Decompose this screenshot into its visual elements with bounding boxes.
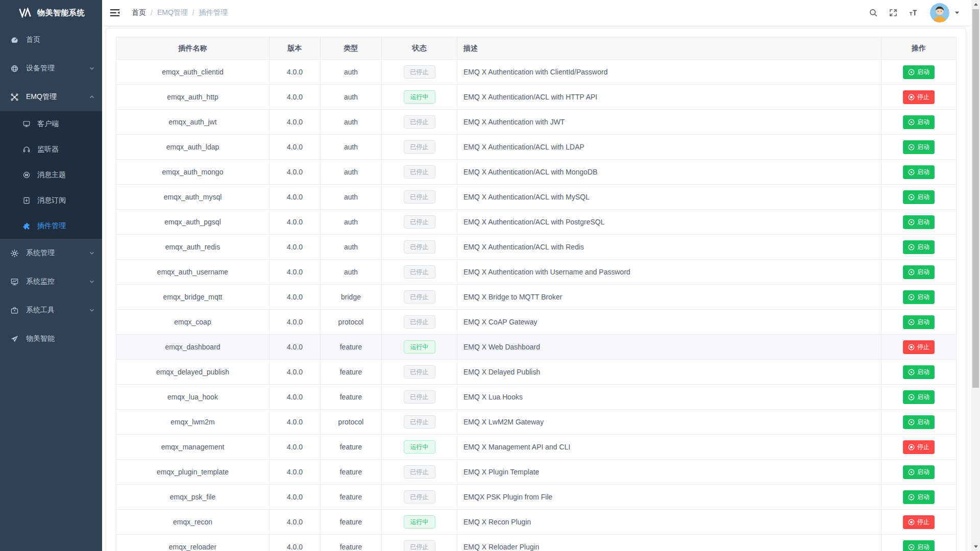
sidebar-item-tools[interactable]: 系统工具 — [0, 296, 102, 324]
table-row: emqx_auth_jwt4.0.0auth已停止EMQ X Authentic… — [116, 110, 957, 135]
cell-version: 4.0.0 — [270, 185, 321, 210]
cell-description: EMQ X CoAP Gateway — [457, 310, 881, 335]
sidebar-collapse-toggle[interactable] — [109, 7, 120, 18]
breadcrumb-item[interactable]: 首页 — [132, 8, 146, 17]
start-button[interactable]: 启动 — [903, 65, 935, 79]
cell-version: 4.0.0 — [270, 210, 321, 235]
cell-version: 4.0.0 — [270, 135, 321, 160]
cell-status: 已停止 — [382, 235, 457, 260]
stop-button[interactable]: 停止 — [903, 340, 935, 354]
stop-button[interactable]: 停止 — [903, 515, 935, 529]
cell-action: 启动 — [881, 385, 957, 410]
start-button[interactable]: 启动 — [903, 190, 935, 204]
table-row: emqx_lwm2m4.0.0protocol已停止EMQ X LwM2M Ga… — [116, 410, 957, 435]
sidebar-item-label: 插件管理 — [37, 221, 66, 231]
sidebar-item-label: 消息主题 — [37, 170, 66, 180]
start-button[interactable]: 启动 — [903, 240, 935, 254]
table-row: emqx_auth_mysql4.0.0auth已停止EMQ X Authent… — [116, 185, 957, 210]
cell-version: 4.0.0 — [270, 535, 321, 551]
start-button[interactable]: 启动 — [903, 365, 935, 379]
start-button[interactable]: 启动 — [903, 140, 935, 154]
cell-description: EMQ X Authentication/ACL with HTTP API — [457, 85, 881, 110]
start-button[interactable]: 启动 — [903, 215, 935, 229]
sidebar-item-client[interactable]: 客户端 — [0, 111, 102, 137]
navbar-actions — [858, 3, 960, 22]
start-button[interactable]: 启动 — [903, 265, 935, 279]
cell-status: 已停止 — [382, 410, 457, 435]
app-title: 物美智能系统 — [37, 8, 85, 18]
sidebar-item-device[interactable]: 设备管理 — [0, 54, 102, 83]
cell-type: feature — [321, 460, 382, 485]
start-button[interactable]: 启动 — [903, 315, 935, 329]
stop-button[interactable]: 停止 — [903, 90, 935, 104]
cell-type: auth — [321, 210, 382, 235]
start-button[interactable]: 启动 — [903, 115, 935, 129]
status-badge: 已停止 — [404, 390, 435, 404]
fullscreen-icon[interactable] — [889, 8, 898, 17]
sidebar-item-home[interactable]: 首页 — [0, 26, 102, 54]
sidebar-item-emq[interactable]: EMQ管理 — [0, 83, 102, 111]
start-button[interactable]: 启动 — [903, 490, 935, 504]
cell-action: 启动 — [881, 360, 957, 385]
start-button[interactable]: 启动 — [903, 165, 935, 179]
start-button[interactable]: 启动 — [903, 415, 935, 429]
scrollbar-thumb[interactable] — [972, 9, 979, 388]
start-button[interactable]: 启动 — [903, 390, 935, 404]
plugins-table: 插件名称版本类型状态描述操作 emqx_auth_clientid4.0.0au… — [116, 37, 957, 551]
sidebar-item-subscribe[interactable]: 消息订阅 — [0, 188, 102, 213]
cell-action: 启动 — [881, 185, 957, 210]
column-header-description: 描述 — [457, 37, 881, 60]
play-circle-icon — [908, 69, 915, 76]
cell-type: feature — [321, 385, 382, 410]
start-button[interactable]: 启动 — [903, 465, 935, 479]
caret-down-icon[interactable] — [954, 10, 960, 16]
column-header-version: 版本 — [270, 37, 321, 60]
sidebar-item-listener[interactable]: 监听器 — [0, 137, 102, 162]
status-badge: 已停止 — [404, 365, 435, 379]
cell-name: emqx_auth_clientid — [116, 60, 270, 85]
vertical-scrollbar[interactable] — [971, 0, 980, 551]
sidebar-item-plugin[interactable]: 插件管理 — [0, 213, 102, 239]
scroll-up-button[interactable] — [971, 0, 980, 9]
cell-status: 运行中 — [382, 335, 457, 360]
cell-action: 启动 — [881, 110, 957, 135]
table-row: emqx_management4.0.0feature运行中EMQ X Mana… — [116, 435, 957, 460]
cell-action: 启动 — [881, 235, 957, 260]
font-size-icon[interactable] — [909, 8, 918, 17]
start-button[interactable]: 启动 — [903, 540, 935, 551]
submenu-emq: 客户端监听器消息主题消息订阅插件管理 — [0, 111, 102, 239]
sidebar-item-topic[interactable]: 消息主题 — [0, 162, 102, 188]
chevron-down-icon — [89, 65, 95, 71]
start-button[interactable]: 启动 — [903, 290, 935, 304]
cell-name: emqx_lwm2m — [116, 410, 270, 435]
play-circle-icon — [908, 144, 915, 151]
cell-type: auth — [321, 260, 382, 285]
stop-circle-icon — [908, 444, 915, 450]
table-row: emqx_auth_clientid4.0.0auth已停止EMQ X Auth… — [116, 60, 957, 85]
play-circle-icon — [908, 469, 915, 475]
cell-status: 已停止 — [382, 185, 457, 210]
status-badge: 已停止 — [404, 215, 435, 229]
table-row: emqx_reloader4.0.0feature已停止EMQ X Reload… — [116, 535, 957, 551]
status-badge: 已停止 — [404, 540, 435, 551]
sidebar-item-monitor[interactable]: 系统监控 — [0, 267, 102, 296]
drone-icon — [10, 93, 19, 102]
search-icon[interactable] — [869, 8, 878, 17]
cell-version: 4.0.0 — [270, 260, 321, 285]
status-badge: 已停止 — [404, 240, 435, 254]
cell-version: 4.0.0 — [270, 360, 321, 385]
breadcrumb-item[interactable]: EMQ管理 — [157, 8, 188, 17]
sidebar-item-system[interactable]: 系统管理 — [0, 239, 102, 267]
cell-version: 4.0.0 — [270, 60, 321, 85]
cell-type: feature — [321, 485, 382, 510]
device-globe-icon — [10, 64, 19, 73]
stop-button[interactable]: 停止 — [903, 440, 935, 454]
cell-version: 4.0.0 — [270, 460, 321, 485]
status-badge: 已停止 — [404, 65, 435, 79]
sidebar-item-wumei[interactable]: 物美智能 — [0, 324, 102, 353]
cell-description: EMQ X Management API and CLI — [457, 435, 881, 460]
scroll-down-button[interactable] — [971, 542, 980, 551]
column-header-status: 状态 — [382, 37, 457, 60]
user-avatar[interactable] — [930, 3, 949, 22]
client-monitor-icon — [22, 120, 31, 128]
